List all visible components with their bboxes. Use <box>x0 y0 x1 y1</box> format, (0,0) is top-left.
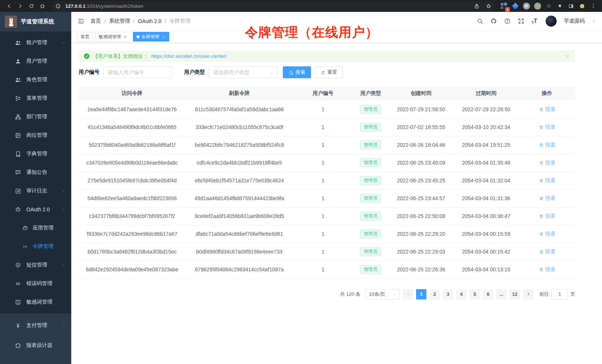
sidebar-item-label: 审计日志 <box>26 188 47 194</box>
help-icon[interactable] <box>504 18 511 24</box>
app-logo[interactable]: 芋道管理系统 <box>0 12 71 32</box>
open-book-icon <box>15 299 21 305</box>
sidebar-item-dept[interactable]: 部门管理 <box>0 107 71 126</box>
share-icon[interactable] <box>472 1 481 10</box>
expire-time-cell: 2054-03-04 00:15:59 <box>454 225 518 243</box>
user-type-select-input[interactable] <box>209 66 278 78</box>
chevron-up-icon <box>61 207 66 212</box>
table-row: 41c41346a548490f9dc8b01c6bfe0865333ecfc7… <box>79 118 575 136</box>
sidebar-item-dict[interactable]: 字典管理 <box>0 145 71 163</box>
sidebar-item-label: 租户管理 <box>26 39 47 46</box>
breadcrumb-item[interactable]: 系统管理 <box>109 18 130 24</box>
goto-page-input[interactable] <box>552 289 568 300</box>
sidebar-item-post[interactable]: 岗位管理 <box>0 126 71 145</box>
command-extension-icon[interactable]: ⌘ <box>522 1 531 10</box>
force-logout-button[interactable]: 强退 <box>539 159 555 166</box>
sidebar-item-menu[interactable]: 菜单管理 <box>0 89 71 107</box>
alert-link[interactable]: https://doc.iocoder.cn/user-center/ <box>151 53 227 59</box>
sidebar-item-oauth2[interactable]: OAuth 2.0 <box>0 200 71 219</box>
sidebar-item-oauth2-token[interactable]: 令牌管理 <box>0 237 71 256</box>
tab-token[interactable]: 令牌管理 <box>133 32 169 42</box>
force-logout-button[interactable]: 强退 <box>539 266 555 273</box>
extensions-grid-icon[interactable]: 9 <box>500 1 508 10</box>
app-title: 芋道管理系统 <box>21 18 54 25</box>
sidebar-item-report-designer[interactable]: 报表设计器 <box>0 335 71 355</box>
sidebar-item-oauth2-app[interactable]: 应用管理 <box>0 219 71 237</box>
sidebar-item-label: 短信管理 <box>26 262 47 268</box>
sidebar-item-error-code[interactable]: 错误码管理 <box>0 274 71 293</box>
breadcrumb-separator: / <box>165 18 166 24</box>
force-logout-button[interactable]: 强退 <box>539 231 555 237</box>
user-id-input[interactable] <box>103 66 172 78</box>
reset-button[interactable]: 重置 <box>315 66 343 78</box>
code-icon <box>15 281 21 287</box>
github-icon[interactable] <box>490 18 497 24</box>
page-button-3[interactable]: 3 <box>443 289 453 300</box>
page-size-select[interactable]: 10条/页 <box>366 289 400 300</box>
tab-home[interactable]: 首页 <box>77 32 93 42</box>
site-info-icon[interactable] <box>53 1 62 10</box>
user-avatar[interactable] <box>546 16 557 27</box>
alert-close-icon[interactable] <box>565 54 570 59</box>
sidebar-item-tenant[interactable]: 租户管理 <box>0 33 71 52</box>
sidebar-item-audit-log[interactable]: 审计日志 <box>0 182 71 200</box>
force-logout-label: 强退 <box>545 213 555 219</box>
pinwheel-extension-icon[interactable] <box>555 1 564 10</box>
sidebar-item-sms[interactable]: 短信管理 <box>0 256 71 274</box>
caret-down-icon[interactable] <box>592 19 596 23</box>
browser-menu-icon[interactable] <box>589 1 598 10</box>
sidebar-item-notice[interactable]: 通知公告 <box>0 163 71 182</box>
force-logout-button[interactable]: 强退 <box>539 213 555 219</box>
sidebar-item-label: 角色管理 <box>26 76 47 83</box>
breadcrumb-item[interactable]: OAuth 2.0 <box>138 18 161 24</box>
close-icon[interactable] <box>123 35 127 39</box>
sidebar: 芋道管理系统 租户管理用户管理角色管理菜单管理部门管理岗位管理字典管理通知公告审… <box>0 12 71 364</box>
breadcrumb-item[interactable]: 首页 <box>91 18 101 24</box>
access-token-cell: b0d1785bc3a8482f812db4a3f3bd15ec <box>79 243 186 261</box>
tab-sensitive-word[interactable]: 敏感词管理 <box>95 32 131 42</box>
force-logout-button[interactable]: 强退 <box>539 177 555 184</box>
page-button-5[interactable]: 5 <box>470 289 480 300</box>
font-size-icon[interactable]: TT <box>531 17 537 25</box>
force-logout-button[interactable]: 强退 <box>539 142 555 148</box>
sidebar-item-pay[interactable]: 支付管理 <box>0 315 71 335</box>
back-icon[interactable] <box>4 1 13 10</box>
reload-icon[interactable] <box>27 1 36 10</box>
more-pages-button[interactable]: ... <box>496 289 507 300</box>
action-cell: 强退 <box>518 207 575 225</box>
page-button-2[interactable]: 2 <box>429 289 440 300</box>
collapse-menu-icon[interactable] <box>77 17 85 25</box>
search-button[interactable]: 搜索 <box>283 66 311 78</box>
user-type-select[interactable] <box>209 66 278 78</box>
forward-icon[interactable] <box>16 1 24 10</box>
bookmark-star-icon[interactable] <box>484 1 493 10</box>
access-token-cell: c347026e805e4d99b0d116eae66eda8c <box>79 154 186 172</box>
star-extension-icon[interactable] <box>544 1 553 10</box>
side-panel-icon[interactable] <box>566 1 575 10</box>
sidebar-item-role[interactable]: 角色管理 <box>0 70 71 89</box>
search-icon[interactable] <box>477 18 483 24</box>
close-icon[interactable] <box>161 35 166 39</box>
recorder-extension-icon[interactable] <box>533 1 542 10</box>
address-bar[interactable]: 127.0.0.1:1024/system/oauth2/token <box>51 1 495 11</box>
next-page-button[interactable] <box>523 289 533 300</box>
sidebar-item-sensitive-word[interactable]: 敏感词管理 <box>0 293 71 311</box>
page-button-4[interactable]: 4 <box>456 289 467 300</box>
prev-page-button[interactable] <box>403 289 413 300</box>
refresh-icon <box>321 69 325 75</box>
user-id-cell: 1 <box>293 136 353 154</box>
page-button-12[interactable]: 12 <box>510 289 520 300</box>
emoji-extension-icon[interactable] <box>578 1 586 10</box>
force-logout-button[interactable]: 强退 <box>539 106 555 113</box>
page-button-6[interactable]: 6 <box>483 289 493 300</box>
gem-extension-icon[interactable] <box>511 1 520 10</box>
column-header: 创建时间 <box>389 86 454 100</box>
sidebar-item-user[interactable]: 用户管理 <box>0 52 71 70</box>
fullscreen-icon[interactable] <box>518 18 524 24</box>
username[interactable]: 芋道源码 <box>564 18 585 24</box>
home-icon[interactable] <box>38 1 47 10</box>
page-button-1[interactable]: 1 <box>416 289 426 300</box>
force-logout-button[interactable]: 强退 <box>539 124 555 130</box>
force-logout-button[interactable]: 强退 <box>539 248 555 255</box>
force-logout-button[interactable]: 强退 <box>539 195 555 202</box>
